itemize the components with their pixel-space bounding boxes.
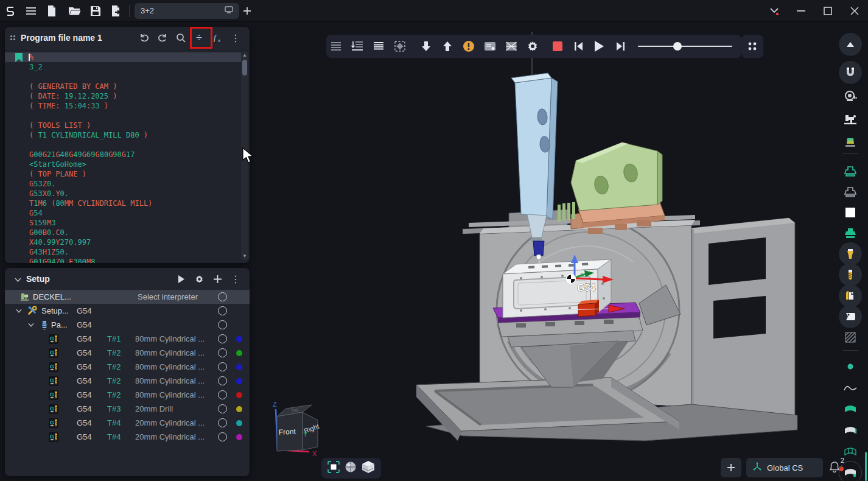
holder-assembly-icon[interactable] <box>839 284 862 307</box>
gcode-line[interactable]: ( TIME: 15:04:33 ) <box>5 101 241 111</box>
gcode-line[interactable]: ( TOOLS LIST ) <box>5 121 241 130</box>
more-options-button[interactable]: ⋮ <box>226 29 245 46</box>
operation-color-dot[interactable] <box>236 420 242 426</box>
toolpath-mesh-icon[interactable] <box>504 39 519 54</box>
skip-to-start-button[interactable] <box>571 39 586 54</box>
fixture-gray-outline-icon[interactable] <box>839 180 862 203</box>
scroll-up-icon[interactable]: ▲ <box>242 53 247 58</box>
row-radio[interactable] <box>218 292 227 301</box>
operation-color-dot[interactable] <box>236 350 242 356</box>
settings-gear-icon[interactable] <box>525 39 540 54</box>
gcode-line[interactable]: ( TOP PLANE ) <box>5 169 241 179</box>
point-icon[interactable] <box>839 355 862 378</box>
setup-row-op[interactable]: GG54T#320mm Drill <box>5 402 250 416</box>
magnet-icon[interactable] <box>839 61 862 84</box>
row-radio[interactable] <box>218 390 227 399</box>
operation-color-dot[interactable] <box>236 378 242 384</box>
minimize-button[interactable] <box>788 0 814 22</box>
row-radio[interactable] <box>218 432 227 441</box>
gcode-line[interactable] <box>5 72 241 82</box>
gcode-lines[interactable]: %3_2( GENERATED BY CAM )( DATE: 19.12.20… <box>5 52 241 263</box>
row-radio[interactable] <box>218 306 227 315</box>
skip-to-end-button[interactable] <box>614 39 628 54</box>
operation-color-dot[interactable] <box>236 364 242 370</box>
setup-row-setup[interactable]: Setup...G54 <box>5 304 250 318</box>
add-cs-button[interactable] <box>721 458 741 477</box>
play-button[interactable] <box>592 39 606 54</box>
orbit-sphere-icon[interactable] <box>344 460 357 476</box>
gcode-line[interactable]: G53Z0. <box>5 179 241 189</box>
slider-knob[interactable] <box>673 42 682 51</box>
hatch-material-icon[interactable] <box>839 326 862 349</box>
row-radio[interactable] <box>218 320 227 329</box>
gcode-line[interactable]: G54 <box>5 208 241 218</box>
select-region-icon[interactable] <box>393 39 407 54</box>
add-operation-button[interactable] <box>208 270 226 287</box>
step-down-icon[interactable] <box>419 39 433 54</box>
gcode-line[interactable]: G01G94Z0.F300M8 <box>5 257 241 263</box>
surface-wireframe-icon[interactable] <box>839 440 862 463</box>
row-radio[interactable] <box>218 348 227 357</box>
twisty-icon[interactable] <box>16 304 22 318</box>
setup-row-op[interactable]: GG54T#280mm Cylindrical ... <box>5 360 250 374</box>
setup-row-op[interactable]: GG54T#420mm Cylindrical ... <box>5 430 250 444</box>
maximize-button[interactable] <box>814 0 841 22</box>
gcode-line[interactable]: S159M3 <box>5 218 241 228</box>
setup-more-button[interactable]: ⋮ <box>226 270 245 287</box>
stop-button[interactable] <box>550 39 565 54</box>
gcode-line[interactable]: X40.99Y270.997 <box>5 237 241 247</box>
isometric-view-icon[interactable] <box>361 460 376 476</box>
global-cs-button[interactable]: Global CS <box>746 458 823 477</box>
gcode-line[interactable] <box>5 111 241 121</box>
open-file-button[interactable] <box>65 2 85 20</box>
new-file-button[interactable] <box>41 2 62 20</box>
operation-color-dot[interactable] <box>236 336 242 342</box>
setup-row-part[interactable]: Pa...G54 <box>5 318 250 332</box>
step-up-icon[interactable] <box>440 39 455 54</box>
code-scrollbar[interactable]: ▲ ▼ <box>241 51 248 261</box>
operation-color-dot[interactable] <box>236 392 242 398</box>
gcode-line[interactable]: 3_2 <box>5 62 241 72</box>
curve-icon[interactable] <box>839 376 862 399</box>
setup-row-op[interactable]: GG54T#420mm Cylindrical ... <box>5 416 250 430</box>
sidebar-scroll-indicator[interactable] <box>865 452 867 481</box>
select-interpreter-action[interactable]: Select interpreter <box>138 290 198 304</box>
gcode-line[interactable]: G00G21G40G49G69G80G90G17 <box>5 150 241 160</box>
goto-line-icon[interactable] <box>350 39 365 54</box>
gcode-line[interactable]: ( T1 CYLINDRICAL_MILL D80 ) <box>5 130 241 140</box>
program-lines-icon[interactable] <box>329 39 343 54</box>
save-button[interactable] <box>85 2 106 20</box>
stock-icon[interactable] <box>839 130 862 153</box>
twisty-icon[interactable] <box>28 318 34 332</box>
row-radio[interactable] <box>218 362 227 371</box>
gcode-editor[interactable]: %3_2( GENERATED BY CAM )( DATE: 19.12.20… <box>5 49 250 263</box>
setup-row-op[interactable]: GG54T#280mm Cylindrical ... <box>5 374 250 388</box>
row-radio[interactable] <box>218 404 227 413</box>
setup-row-op[interactable]: GG54T#280mm Cylindrical ... <box>5 346 250 360</box>
speed-slider[interactable] <box>638 46 732 47</box>
gcode-line[interactable]: T1M6 (80MM CYLINDRICAL MILL) <box>5 198 241 208</box>
gcode-line[interactable]: ( DATE: 19.12.2025 ) <box>5 91 241 101</box>
surface-white-icon[interactable] <box>839 419 862 442</box>
expand-viewport-button[interactable] <box>741 35 763 58</box>
gcode-line[interactable] <box>5 140 241 150</box>
toolholder-icon[interactable] <box>839 242 862 265</box>
probe-device-icon[interactable] <box>839 85 862 108</box>
scroll-down-icon[interactable]: ▼ <box>242 254 247 259</box>
fixture-teal-outline-icon[interactable] <box>839 160 862 183</box>
gcode-line[interactable]: G43H1Z50. <box>5 247 241 257</box>
document-tab[interactable]: 3+2 <box>135 3 239 19</box>
row-radio[interactable] <box>218 376 227 385</box>
row-radio[interactable] <box>218 418 227 427</box>
row-radio[interactable] <box>218 334 227 343</box>
warning-icon[interactable] <box>461 39 476 54</box>
drag-handle-icon[interactable] <box>10 32 16 43</box>
undo-button[interactable] <box>135 29 153 46</box>
redo-button[interactable] <box>153 29 172 46</box>
main-menu-button[interactable] <box>21 2 41 20</box>
setup-settings-button[interactable] <box>190 270 208 287</box>
scrollbar-thumb[interactable] <box>242 60 247 75</box>
gcode-line[interactable]: ( GENERATED BY CAM ) <box>5 82 241 91</box>
machine-part-icon[interactable] <box>839 305 862 328</box>
run-setup-button[interactable] <box>172 270 190 287</box>
